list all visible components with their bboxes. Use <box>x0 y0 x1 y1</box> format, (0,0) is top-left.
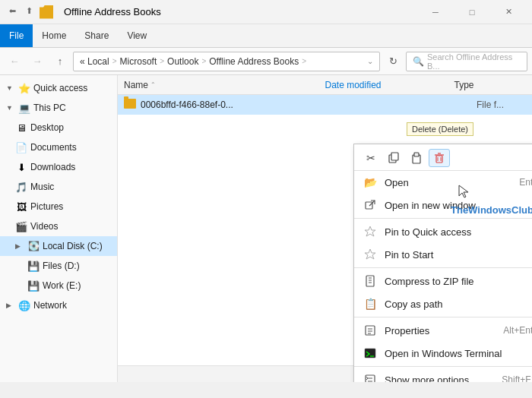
sidebar-downloads-label: Downloads <box>30 162 111 172</box>
forward-button[interactable]: → <box>27 52 47 71</box>
tab-share[interactable]: Share <box>75 24 118 47</box>
menu-sep-3 <box>354 317 532 317</box>
title-bar-controls: ─ □ ✕ <box>418 0 526 24</box>
paste-button[interactable] <box>406 149 427 167</box>
file-folder-icon <box>124 99 136 111</box>
breadcrumb-outlook: Outlook <box>167 56 198 67</box>
pin-quick-access-item[interactable]: Pin to Quick access <box>354 220 532 243</box>
show-more-label: Show more options <box>385 374 494 383</box>
network-icon: 🌐 <box>18 299 30 311</box>
sidebar-item-downloads[interactable]: ⬇ Downloads <box>0 157 117 177</box>
sidebar-item-quick-access[interactable]: ▼ ⭐ Quick access <box>0 78 117 98</box>
properties-shortcut: Alt+Enter <box>503 325 532 336</box>
breadcrumb-oab: Offline Address Books <box>209 56 299 67</box>
computer-icon: 💻 <box>18 102 30 114</box>
open-new-window-icon <box>363 198 377 212</box>
pin-start-item[interactable]: Pin to Start <box>354 243 532 266</box>
sidebar-item-network[interactable]: ▶ 🌐 Network <box>0 295 117 315</box>
file-row[interactable]: 0006bffd-f466-88ef-0... File f... <box>118 95 532 115</box>
menu-sep-4 <box>354 366 532 367</box>
tooltip-text: Delete (Delete) <box>412 125 468 134</box>
address-bar[interactable]: « Local > Microsoft > Outlook > Offline … <box>73 52 380 71</box>
copy-path-icon: 📋 <box>363 297 377 311</box>
col-header-date[interactable]: Date modified <box>325 80 454 90</box>
pin-start-label: Pin to Start <box>385 249 532 261</box>
disk-c-icon: 💽 <box>27 240 40 252</box>
open-menu-item[interactable]: 📂 Open Enter <box>354 171 532 194</box>
sep2: > <box>160 57 164 65</box>
watermark: TheWindowsClub <box>451 204 532 216</box>
sidebar-music-label: Music <box>30 182 111 192</box>
title-bar-text: Offline Address Books <box>64 6 161 17</box>
expand-arrow-c-icon: ▶ <box>15 242 24 250</box>
sidebar-item-desktop[interactable]: 🖥 Desktop <box>0 118 117 137</box>
compress-zip-label: Compress to ZIP file <box>385 276 532 287</box>
svg-marker-12 <box>365 249 375 259</box>
sidebar-item-files-d[interactable]: 💾 Files (D:) <box>0 256 117 276</box>
up-button[interactable]: ↑ <box>50 52 70 71</box>
copy-path-item[interactable]: 📋 Copy as path <box>354 292 532 315</box>
svg-rect-9 <box>366 202 372 209</box>
svg-rect-3 <box>414 153 419 156</box>
copy-button[interactable] <box>383 149 404 167</box>
title-bar-folder-icon <box>40 5 53 19</box>
show-more-shortcut: Shift+F10 <box>502 374 532 382</box>
file-type: File f... <box>477 100 504 110</box>
tab-view[interactable]: View <box>118 24 156 47</box>
close-button[interactable]: ✕ <box>491 0 526 24</box>
open-terminal-item[interactable]: Open in Windows Terminal <box>354 342 532 365</box>
expand-arrow-network-icon: ▶ <box>6 302 15 309</box>
sep1: > <box>112 57 117 65</box>
breadcrumb-local: « Local <box>80 56 109 67</box>
refresh-button[interactable]: ↻ <box>383 52 403 71</box>
delete-button[interactable] <box>429 149 450 167</box>
compress-icon <box>363 274 377 288</box>
open-icon: 📂 <box>363 175 377 189</box>
content-area: Name ⌃ Date modified Type 0006bffd-f466-… <box>118 75 532 382</box>
search-icon: 🔍 <box>413 56 424 67</box>
compress-zip-item[interactable]: Compress to ZIP file <box>354 270 532 292</box>
toolbar-tooltip: Delete (Delete) <box>407 122 473 136</box>
desktop-icon: 🖥 <box>15 122 27 134</box>
sidebar-videos-label: Videos <box>30 221 111 232</box>
title-bar-up-icon: ⬆ <box>23 5 35 17</box>
svg-rect-1 <box>391 153 398 160</box>
sidebar-item-documents[interactable]: 📄 Documents <box>0 137 117 157</box>
sidebar-item-music[interactable]: 🎵 Music <box>0 177 117 197</box>
sidebar: ▼ ⭐ Quick access ▼ 💻 This PC 🖥 Desktop 📄… <box>0 75 118 382</box>
tab-file[interactable]: File <box>0 24 33 47</box>
documents-icon: 📄 <box>15 141 27 153</box>
menu-toolbar: ✂ <box>354 146 532 171</box>
show-more-item[interactable]: Show more options Shift+F10 <box>354 368 532 382</box>
col-header-name[interactable]: Name ⌃ <box>124 80 325 90</box>
properties-label: Properties <box>385 325 496 336</box>
sidebar-this-pc-label: This PC <box>33 103 111 113</box>
show-more-icon <box>363 373 377 382</box>
sidebar-work-e-label: Work (E:) <box>43 280 111 291</box>
maximize-button[interactable]: □ <box>454 0 489 24</box>
minimize-button[interactable]: ─ <box>418 0 453 24</box>
disk-e-icon: 💾 <box>27 280 40 292</box>
expand-arrow-icon: ▼ <box>6 104 15 112</box>
search-placeholder: Search Offline Address B... <box>427 52 521 71</box>
pin-quick-icon <box>363 225 377 238</box>
sidebar-item-work-e[interactable]: 💾 Work (E:) <box>0 276 117 295</box>
expand-arrow-icon: ▼ <box>6 84 15 92</box>
back-button[interactable]: ← <box>5 52 24 71</box>
cut-button[interactable]: ✂ <box>360 149 382 167</box>
open-label: Open <box>385 177 511 188</box>
sidebar-quick-access-label: Quick access <box>33 83 111 93</box>
col-header-type[interactable]: Type <box>454 80 526 90</box>
sidebar-item-local-disk-c[interactable]: ▶ 💽 Local Disk (C:) <box>0 236 117 256</box>
sidebar-item-pictures[interactable]: 🖼 Pictures <box>0 197 117 216</box>
tab-home[interactable]: Home <box>33 24 75 47</box>
title-bar-back-icon: ⬅ <box>6 5 18 17</box>
sidebar-item-videos[interactable]: 🎬 Videos <box>0 216 117 236</box>
sidebar-desktop-label: Desktop <box>30 122 111 133</box>
properties-item[interactable]: Properties Alt+Enter <box>354 319 532 342</box>
menu-sep-1 <box>354 218 532 219</box>
sidebar-item-this-pc[interactable]: ▼ 💻 This PC <box>0 98 117 118</box>
dropdown-arrow-icon[interactable]: ⌄ <box>367 57 373 65</box>
open-shortcut: Enter <box>519 177 532 188</box>
search-box[interactable]: 🔍 Search Offline Address B... <box>406 52 527 71</box>
